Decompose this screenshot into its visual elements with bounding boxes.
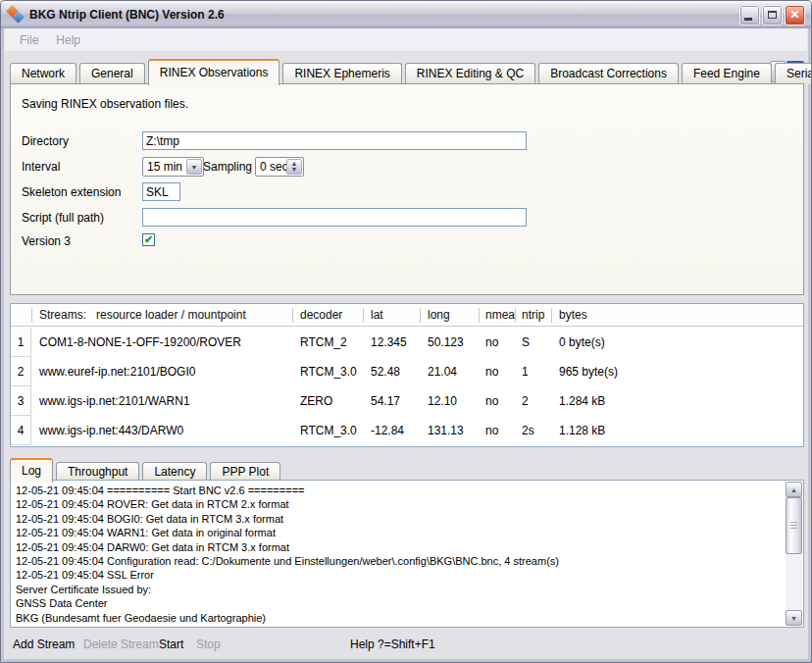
row-number[interactable]: 3 (11, 386, 31, 416)
rinex-observations-panel: Saving RINEX observation files. Director… (10, 83, 804, 295)
tab-feed-engine[interactable]: Feed Engine (682, 63, 772, 84)
col-long[interactable]: long (428, 308, 450, 322)
log-output: 12-05-21 09:45:04 ========== Start BNC v… (10, 480, 804, 628)
cell-mountpoint: www.igs-ip.net:2101/WARN1 (39, 386, 190, 416)
cell-decoder: RTCM_3.0 (300, 416, 357, 445)
scroll-down-icon[interactable]: ▼ (786, 610, 802, 626)
minimize-button[interactable] (739, 5, 760, 26)
cell-lat: 54.17 (371, 386, 400, 416)
cell-nmea: no (485, 416, 498, 445)
table-row[interactable]: 3 www.igs-ip.net:2101/WARN1 ZERO 54.17 1… (11, 386, 803, 416)
interval-value: 15 min (147, 160, 182, 174)
col-nmea[interactable]: nmea (485, 308, 515, 322)
app-window: BKG Ntrip Client (BNC) Version 2.6 ✕ Fil… (0, 0, 812, 663)
log-text[interactable]: 12-05-21 09:45:04 ========== Start BNC v… (16, 484, 782, 625)
col-decoder[interactable]: decoder (300, 308, 342, 322)
version3-checkbox[interactable]: ✔ (142, 233, 155, 246)
sampling-label: Sampling (203, 160, 252, 174)
skeleton-extension-label: Skeleton extension (22, 185, 121, 199)
tab-ppp-plot[interactable]: PPP Plot (210, 462, 280, 482)
maximize-button[interactable] (762, 5, 783, 26)
chevron-down-icon[interactable]: ▼ (186, 159, 202, 175)
tab-rinex-editing-qc[interactable]: RINEX Editing & QC (405, 63, 535, 84)
tab-general[interactable]: General (79, 63, 145, 84)
menu-bar: File Help (5, 28, 807, 51)
cell-nmea: no (485, 386, 498, 416)
col-lat[interactable]: lat (371, 308, 383, 322)
script-path-input[interactable] (142, 208, 527, 227)
app-icon (7, 6, 25, 24)
cell-long: 21.04 (428, 357, 457, 386)
streams-table: Streams: resource loader / mountpoint de… (10, 303, 804, 447)
menu-file[interactable]: File (11, 31, 47, 49)
table-row[interactable]: 1 COM1-8-NONE-1-OFF-19200/ROVER RTCM_2 1… (11, 328, 803, 357)
tab-latency[interactable]: Latency (142, 462, 207, 482)
delete-stream-button[interactable]: Delete Stream (83, 638, 159, 651)
cell-decoder: RTCM_2 (300, 328, 347, 357)
cell-nmea: no (485, 328, 498, 357)
maximize-icon (768, 11, 777, 19)
streams-table-header: Streams: resource loader / mountpoint de… (11, 304, 803, 327)
tab-serial-output[interactable]: Serial Output (775, 63, 812, 84)
close-button[interactable]: ✕ (785, 5, 805, 26)
tab-network[interactable]: Network (10, 63, 76, 84)
cell-ntrip: S (522, 328, 530, 357)
cell-ntrip: 1 (522, 357, 529, 386)
table-row[interactable]: 4 www.igs-ip.net:443/DARW0 RTCM_3.0 -12.… (11, 416, 803, 445)
cell-long: 50.123 (428, 328, 464, 357)
cell-decoder: RTCM_3.0 (300, 357, 357, 386)
directory-input[interactable] (142, 131, 527, 150)
skeleton-extension-input[interactable] (142, 182, 180, 201)
cell-mountpoint: COM1-8-NONE-1-OFF-19200/ROVER (39, 328, 241, 357)
cell-ntrip: 2 (522, 386, 529, 416)
cell-ntrip: 2s (522, 416, 534, 445)
col-bytes[interactable]: bytes (559, 308, 587, 322)
footer-bar: Add Stream Delete Stream Start Stop Help… (5, 631, 807, 658)
version3-label: Version 3 (22, 234, 71, 248)
close-icon: ✕ (789, 9, 799, 21)
row-number[interactable]: 4 (11, 416, 31, 445)
help-shortcut-label: Help ?=Shift+F1 (350, 638, 435, 651)
tab-rinex-ephemeris[interactable]: RINEX Ephemeris (282, 63, 401, 84)
interval-label: Interval (22, 160, 60, 174)
cell-lat: 12.345 (371, 328, 407, 357)
sampling-stepper[interactable]: 0 sec ▲▼ (255, 157, 304, 177)
interval-select[interactable]: 15 min ▼ (142, 157, 204, 177)
output-tab-bar: Log Throughput Latency PPP Plot (10, 454, 283, 482)
window-title: BKG Ntrip Client (BNC) Version 2.6 (29, 8, 225, 22)
row-number[interactable]: 2 (11, 357, 31, 386)
cell-bytes: 0 byte(s) (559, 328, 605, 357)
title-bar[interactable]: BKG Ntrip Client (BNC) Version 2.6 ✕ (1, 1, 811, 28)
spinner-arrows-icon[interactable]: ▲▼ (286, 159, 302, 175)
start-button[interactable]: Start (159, 638, 183, 651)
tab-broadcast-corrections[interactable]: Broadcast Corrections (538, 63, 679, 84)
col-streams[interactable]: Streams: resource loader / mountpoint (39, 308, 246, 322)
stop-button[interactable]: Stop (196, 638, 221, 651)
tab-log[interactable]: Log (10, 458, 53, 483)
cell-decoder: ZERO (300, 386, 332, 416)
cell-long: 12.10 (428, 386, 457, 416)
sampling-value: 0 sec (260, 160, 288, 174)
col-ntrip[interactable]: ntrip (522, 308, 544, 322)
cell-long: 131.13 (428, 416, 464, 445)
minimize-icon (744, 18, 752, 21)
add-stream-button[interactable]: Add Stream (13, 638, 75, 651)
cell-lat: -12.84 (371, 416, 404, 445)
log-scrollbar[interactable]: ▲ ▼ (786, 482, 802, 626)
cell-bytes: 1.128 kB (559, 416, 605, 445)
scrollbar-thumb[interactable] (786, 497, 802, 554)
menu-help[interactable]: Help (47, 31, 89, 49)
row-number[interactable]: 1 (11, 328, 31, 357)
cell-nmea: no (485, 357, 498, 386)
cell-bytes: 965 byte(s) (559, 357, 618, 386)
table-row[interactable]: 2 www.euref-ip.net:2101/BOGI0 RTCM_3.0 5… (11, 357, 803, 386)
cell-bytes: 1.284 kB (559, 386, 605, 416)
script-path-label: Script (full path) (22, 211, 104, 225)
cell-mountpoint: www.euref-ip.net:2101/BOGI0 (39, 357, 195, 386)
scroll-up-icon[interactable]: ▲ (786, 482, 802, 497)
cell-mountpoint: www.igs-ip.net:443/DARW0 (39, 416, 183, 445)
tab-rinex-observations[interactable]: RINEX Observations (148, 59, 280, 85)
tab-throughput[interactable]: Throughput (56, 462, 139, 482)
directory-label: Directory (22, 134, 69, 148)
main-tab-bar: Network General RINEX Observations RINEX… (10, 57, 804, 84)
